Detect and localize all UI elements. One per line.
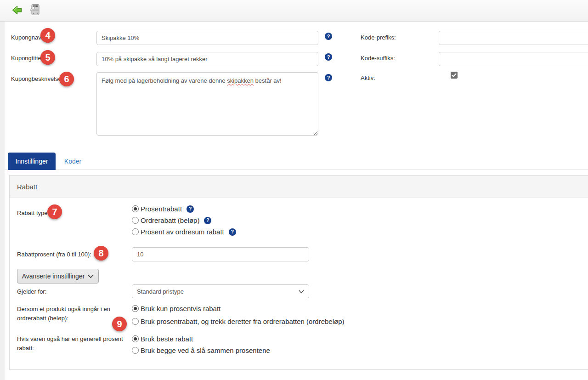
save-button[interactable] — [28, 3, 42, 18]
annotation-badge-9: 9 — [112, 317, 127, 331]
button-label: Avanserte innstillinger — [22, 272, 85, 280]
aktiv-checkbox[interactable] — [451, 72, 458, 79]
radio-label: Bruk begge ved å slå sammen prosentene — [141, 346, 270, 354]
radio-row-prosentrabatt: Prosentrabatt ? — [132, 203, 194, 215]
chevron-down-icon — [88, 274, 94, 278]
rabattprosent-input[interactable] — [132, 247, 309, 261]
annotation-badge-7: 7 — [47, 204, 62, 219]
radio-label: Bruk kun prosentvis rabatt — [141, 305, 220, 312]
rabatt-panel: Rabatt Rabatt type: Prosentrabatt ? Ordr… — [9, 175, 588, 370]
radio-label: Ordrerabatt (beløp) — [141, 216, 199, 224]
rabatt-type-label: Rabatt type: — [17, 209, 49, 218]
help-icon[interactable]: ? — [325, 74, 332, 81]
annotation-badge-4: 4 — [40, 28, 55, 43]
rabattprosent-label: Rabattprosent (fra 0 til 100): — [17, 250, 91, 259]
tab-label: Koder — [64, 158, 81, 165]
avanserte-innstillinger-button[interactable]: Avanserte innstillinger — [17, 269, 99, 284]
label-line: Hvis varen også har en generell prosent — [17, 335, 123, 342]
kupongbeskrivelse-label: Kupongbeskrivelse: — [11, 75, 63, 82]
toolbar — [0, 0, 588, 22]
kode-suffiks-label: Kode-suffiks: — [361, 55, 395, 62]
kupongtittel-input[interactable] — [96, 52, 318, 66]
kupongtittel-label: Kupongtittel: — [11, 55, 44, 62]
radio-row-prosent-og-trekk: Bruk prosentrabatt, og trekk deretter fr… — [132, 316, 345, 327]
gjelder-for-select[interactable]: Standard pristype — [132, 284, 309, 298]
gjelder-for-label: Gjelder for: — [17, 287, 46, 296]
radio-label: Bruk beste rabatt — [141, 335, 193, 343]
label-line: rabatt: — [17, 345, 34, 352]
main-content: Kupongnavn ? Kupongtittel: ? Kupongbeskr… — [5, 22, 588, 380]
ordrerabatt-question-label: Dersom et produkt også inngår i en ordre… — [17, 305, 127, 323]
aktiv-label: Aktiv: — [361, 74, 375, 81]
misspelled-word: skipakken — [227, 77, 254, 84]
description-text: består av! — [254, 77, 282, 84]
prosent-av-ordresum-radio[interactable] — [132, 228, 139, 235]
help-icon[interactable]: ? — [325, 33, 332, 40]
back-button[interactable] — [10, 3, 24, 18]
kupongbeskrivelse-textarea[interactable]: Følg med på lagerbeholdning av varene de… — [96, 72, 318, 136]
kupongnavn-input[interactable] — [96, 31, 318, 45]
annotation-badge-5: 5 — [40, 50, 55, 65]
annotation-badge-6: 6 — [59, 72, 74, 86]
tab-bar-divider — [5, 170, 588, 170]
radio-row-beste-rabatt: Bruk beste rabatt — [132, 333, 193, 345]
back-arrow-icon — [11, 5, 23, 17]
help-icon[interactable]: ? — [325, 53, 332, 61]
label-line: Dersom et produkt også inngår i en — [17, 306, 110, 312]
panel-title: Rabatt — [17, 183, 37, 191]
help-icon[interactable]: ? — [187, 205, 194, 213]
description-text: Følg med på lagerbeholdning av varene de… — [102, 77, 227, 84]
check-icon — [452, 73, 457, 77]
kode-prefiks-input[interactable] — [439, 31, 588, 45]
radio-label: Bruk prosentrabatt, og trekk deretter fr… — [141, 318, 345, 325]
kun-prosentvis-radio[interactable] — [132, 305, 139, 312]
help-icon[interactable]: ? — [204, 217, 211, 224]
radio-row-ordrerabatt: Ordrerabatt (beløp) ? — [132, 215, 211, 226]
help-icon[interactable]: ? — [229, 228, 236, 236]
begge-prosentene-radio[interactable] — [132, 347, 139, 354]
radio-row-prosent-av-ordresum: Prosent av ordresum rabatt ? — [132, 226, 236, 238]
radio-label: Prosentrabatt — [141, 205, 182, 213]
generell-rabatt-question-label: Hvis varen også har en generell prosent … — [17, 335, 127, 353]
radio-label: Prosent av ordresum rabatt — [141, 228, 224, 236]
prosent-og-trekk-radio[interactable] — [132, 318, 139, 325]
select-value: Standard pristype — [137, 288, 184, 295]
prosentrabatt-radio[interactable] — [132, 205, 139, 212]
annotation-badge-8: 8 — [94, 246, 108, 261]
ordrerabatt-radio[interactable] — [132, 217, 139, 224]
kupongnavn-label: Kupongnavn — [11, 34, 45, 41]
kode-prefiks-label: Kode-prefiks: — [361, 34, 396, 41]
beste-rabatt-radio[interactable] — [132, 335, 139, 342]
radio-row-begge-prosentene: Bruk begge ved å slå sammen prosentene — [132, 345, 270, 356]
radio-row-kun-prosentvis: Bruk kun prosentvis rabatt — [132, 303, 220, 314]
kode-suffiks-input[interactable] — [439, 52, 588, 66]
chevron-down-icon — [299, 288, 304, 295]
label-line: ordrerabatt (beløp): — [17, 315, 68, 322]
tab-koder[interactable]: Koder — [56, 153, 90, 170]
coupon-editor-screen: Kupongnavn ? Kupongtittel: ? Kupongbeskr… — [0, 0, 588, 380]
tab-innstillinger[interactable]: Innstillinger — [8, 153, 56, 170]
panel-header: Rabatt — [10, 176, 588, 198]
tab-label: Innstillinger — [16, 158, 48, 165]
save-icon — [29, 4, 41, 17]
